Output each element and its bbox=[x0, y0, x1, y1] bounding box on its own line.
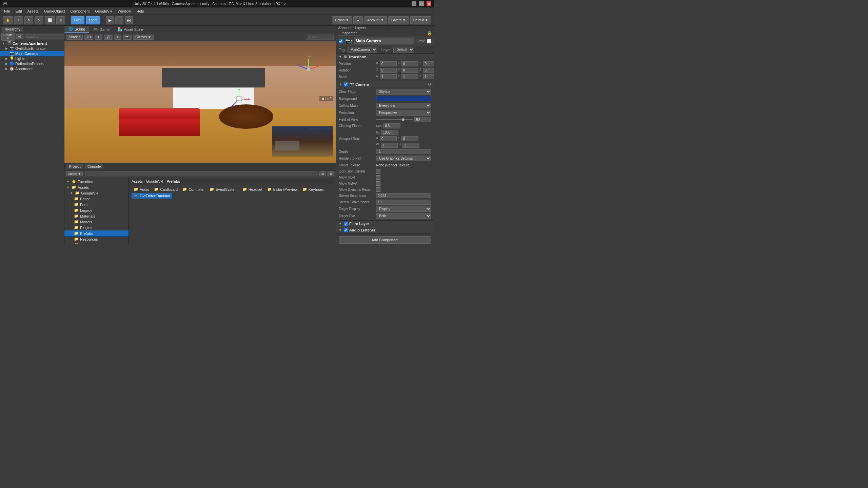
msaa-checkbox[interactable]: ✓ bbox=[376, 181, 380, 186]
file-controller[interactable]: 📁 Controller bbox=[180, 186, 207, 192]
tree-item-gvr[interactable]: ▶ 📷 GvrEditorEmulator bbox=[0, 46, 64, 51]
menu-window[interactable]: Window bbox=[115, 8, 134, 14]
gizmos-button[interactable]: Gizmos ▼ bbox=[133, 35, 154, 40]
inspector-lock[interactable]: 🔒 bbox=[427, 31, 432, 36]
file-instantpreview[interactable]: 📁 InstantPreview bbox=[265, 186, 300, 192]
tree-item-reflections[interactable]: ▶ 🔵 ReflectionProbes bbox=[0, 61, 64, 66]
file-gvreditoremulator[interactable]: 🎮 GvrEditorEmulator bbox=[132, 193, 172, 199]
local-button[interactable]: Local bbox=[86, 16, 100, 24]
object-active-checkbox[interactable] bbox=[339, 39, 343, 43]
add-component-button[interactable]: Add Component bbox=[339, 236, 431, 244]
occlusion-checkbox[interactable]: ✓ bbox=[376, 169, 380, 174]
scale-z-input[interactable] bbox=[423, 74, 434, 79]
rendering-path-dropdown[interactable]: Use Graphics Settings bbox=[376, 156, 431, 161]
target-eye-dropdown[interactable]: Both bbox=[376, 213, 431, 219]
editor-item[interactable]: 📁 Editor bbox=[64, 196, 129, 202]
menu-file[interactable]: File bbox=[1, 8, 13, 14]
close-button[interactable]: ✕ bbox=[427, 1, 431, 6]
resources-item[interactable]: 📁 Resources bbox=[64, 236, 129, 242]
tab-scene[interactable]: 🌐 Scene bbox=[64, 26, 89, 33]
vp-x-input[interactable] bbox=[380, 136, 397, 141]
layers-button[interactable]: Layers ▼ bbox=[388, 16, 409, 24]
file-audio[interactable]: 📁 Audio bbox=[132, 186, 151, 192]
scripts-item[interactable]: 📁 Scripts bbox=[64, 242, 129, 244]
tool-rect[interactable]: ⬜ bbox=[45, 16, 55, 24]
breadcrumb-assets[interactable]: Assets bbox=[132, 179, 143, 183]
file-eventsystem[interactable]: 📁 EventSystem bbox=[208, 186, 240, 192]
vp-w-input[interactable] bbox=[381, 143, 398, 148]
project-create-btn[interactable]: Create ▼ bbox=[66, 171, 83, 176]
hierarchy-all-btn[interactable]: All bbox=[16, 34, 23, 39]
project-tab[interactable]: Project bbox=[66, 164, 83, 169]
rot-x-input[interactable] bbox=[380, 68, 397, 73]
tree-item-root[interactable]: ▼ 🎬 CamerasApartment bbox=[0, 41, 64, 46]
vp-y-input[interactable] bbox=[401, 136, 418, 141]
cloud-button[interactable]: ☁ bbox=[353, 16, 363, 24]
shading-button[interactable]: Shaded bbox=[66, 35, 83, 40]
stereo-sep-input[interactable] bbox=[376, 193, 431, 198]
tool-rotate[interactable]: ↻ bbox=[24, 16, 33, 24]
favorites-item[interactable]: ▼ ⭐ Favorites bbox=[64, 179, 129, 184]
hierarchy-tab[interactable]: Hierarchy bbox=[2, 27, 23, 32]
audio-toggle[interactable]: 🔊 bbox=[104, 35, 113, 40]
tool-move[interactable]: ✛ bbox=[14, 16, 23, 24]
project-settings-btn[interactable]: ⚙ bbox=[328, 171, 334, 176]
cullingmask-dropdown[interactable]: Everything bbox=[376, 103, 431, 108]
tool-multi[interactable]: ⊞ bbox=[56, 16, 65, 24]
near-input[interactable] bbox=[383, 123, 400, 128]
hierarchy-create-btn[interactable]: Create ▼ bbox=[1, 33, 15, 41]
menu-component[interactable]: Component bbox=[67, 8, 92, 14]
legacy-item[interactable]: 📁 Legacy bbox=[64, 207, 129, 213]
stereo-conv-input[interactable] bbox=[376, 200, 431, 205]
models-item[interactable]: 📁 Models bbox=[64, 219, 129, 225]
hdr-checkbox[interactable]: ✓ bbox=[376, 175, 380, 180]
pause-button[interactable]: ⏸ bbox=[115, 16, 123, 24]
file-headset[interactable]: 📁 Headset bbox=[240, 186, 264, 192]
static-checkbox[interactable] bbox=[427, 39, 431, 43]
pos-z-input[interactable] bbox=[423, 61, 434, 66]
menu-gameobject[interactable]: GameObject bbox=[41, 8, 68, 14]
hierarchy-search[interactable] bbox=[25, 34, 66, 39]
tab-game[interactable]: 🎮 Game bbox=[89, 26, 114, 33]
layout-button[interactable]: Default ▼ bbox=[410, 16, 431, 24]
breadcrumb-googlevr[interactable]: GoogleVR bbox=[146, 179, 163, 183]
menu-edit[interactable]: Edit bbox=[13, 8, 25, 14]
inspector-tab-layers[interactable]: Layers bbox=[355, 26, 366, 30]
layer-dropdown[interactable]: Default bbox=[393, 47, 414, 53]
projection-dropdown[interactable]: Perspective bbox=[376, 110, 431, 116]
menu-help[interactable]: Help bbox=[134, 8, 147, 14]
project-search[interactable] bbox=[85, 171, 317, 176]
play-button[interactable]: ▶ bbox=[106, 16, 114, 24]
camera-enabled[interactable] bbox=[344, 82, 348, 86]
materials-item[interactable]: 📁 Materials bbox=[64, 213, 129, 219]
account-button[interactable]: Account ▼ bbox=[364, 16, 387, 24]
rot-z-input[interactable] bbox=[423, 68, 434, 73]
scene-camera[interactable]: 📷 bbox=[123, 35, 132, 40]
audio-enabled[interactable] bbox=[344, 228, 348, 232]
file-cardboard[interactable]: 📁 Cardboard bbox=[152, 186, 180, 192]
flare-enabled[interactable] bbox=[344, 222, 348, 226]
pos-y-input[interactable] bbox=[401, 61, 418, 66]
maximize-button[interactable]: □ bbox=[419, 1, 424, 6]
inspector-tab[interactable]: Inspector bbox=[338, 30, 360, 36]
googlevr-item[interactable]: ▼ 📁 GoogleVR bbox=[64, 190, 129, 196]
2d-button[interactable]: 2D bbox=[84, 35, 93, 40]
step-button[interactable]: ⏭ bbox=[125, 16, 133, 24]
viewport[interactable]: X Y Z bbox=[64, 41, 336, 163]
background-color[interactable] bbox=[376, 96, 431, 101]
tab-assetstore[interactable]: 🏪 Asset Store bbox=[114, 26, 147, 33]
transform-header[interactable]: ▼ ⊞ Transform bbox=[336, 54, 434, 60]
camera-header[interactable]: ▼ 📷 Camera ⚙ bbox=[336, 81, 434, 87]
scale-x-input[interactable] bbox=[380, 74, 397, 79]
menu-googlevr[interactable]: GoogleVR bbox=[92, 8, 115, 14]
flare-layer-header[interactable]: ▼ Flare Layer bbox=[336, 221, 434, 227]
scale-y-input[interactable] bbox=[401, 74, 418, 79]
tree-item-apartment[interactable]: ▶ 🏠 Apartment bbox=[0, 66, 64, 71]
pos-x-input[interactable] bbox=[380, 61, 397, 66]
vp-h-input[interactable] bbox=[402, 143, 419, 148]
object-name-input[interactable] bbox=[354, 38, 414, 44]
file-keyboard[interactable]: 📁 Keyboard bbox=[300, 186, 327, 192]
tool-scale[interactable]: ⤡ bbox=[35, 16, 43, 24]
tree-item-maincamera[interactable]: 📷 Main Camera bbox=[0, 51, 64, 56]
plugins-item[interactable]: 📁 Plugins bbox=[64, 225, 129, 230]
